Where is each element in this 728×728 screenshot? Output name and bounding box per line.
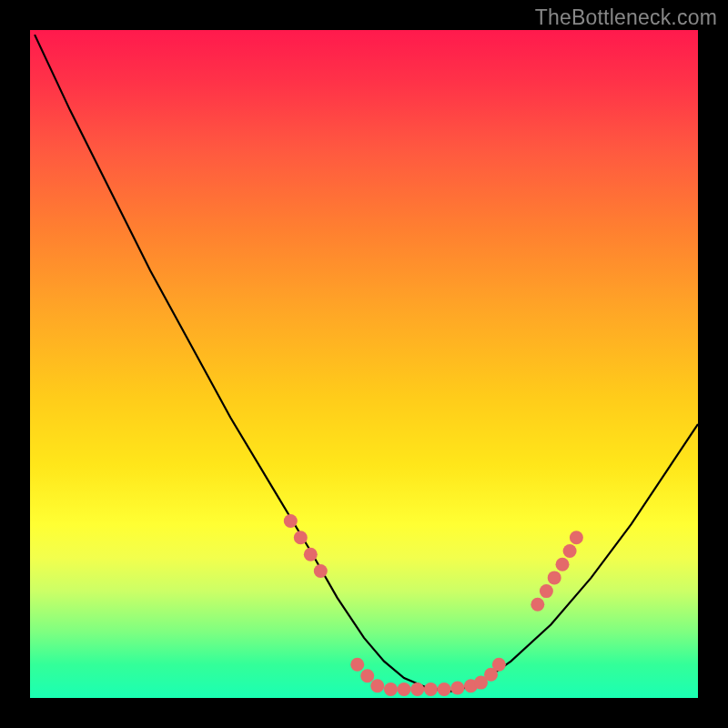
data-marker (540, 584, 553, 598)
data-marker (548, 571, 561, 584)
data-marker (410, 682, 424, 696)
data-marker (384, 682, 398, 696)
data-marker (360, 669, 374, 682)
chart-svg (30, 30, 698, 698)
curve-line (35, 35, 698, 692)
data-marker (304, 548, 318, 561)
data-marker (284, 514, 298, 528)
data-marker (350, 658, 364, 672)
data-marker (438, 682, 451, 696)
data-marker (370, 679, 384, 693)
chart-frame: TheBottleneck.com (0, 0, 728, 728)
data-marker (492, 658, 506, 672)
plot-area (30, 30, 698, 698)
watermark-text: TheBottleneck.com (535, 5, 717, 30)
data-marker (556, 558, 570, 571)
data-marker (398, 682, 411, 696)
data-marker (314, 564, 328, 578)
data-marker (424, 682, 438, 696)
data-marker (531, 598, 544, 612)
data-marker (294, 531, 308, 544)
data-marker (563, 544, 577, 558)
data-marker (450, 682, 464, 695)
curve-markers (284, 514, 583, 696)
data-marker (570, 531, 583, 544)
